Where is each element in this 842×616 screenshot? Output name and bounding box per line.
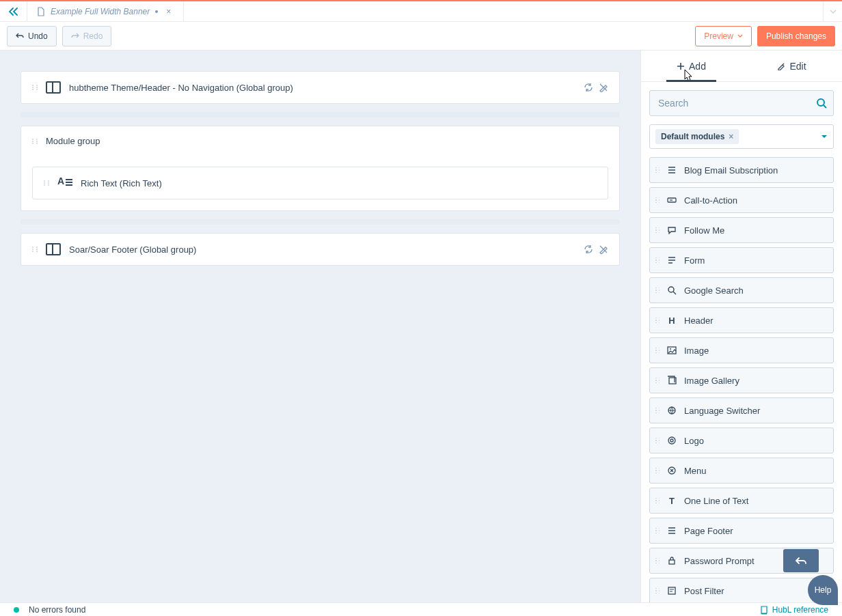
module-icon <box>666 225 677 235</box>
drag-handle-icon[interactable] <box>32 85 38 90</box>
tab-overflow[interactable] <box>823 1 842 21</box>
module-label: Language Switcher <box>684 406 760 416</box>
drop-separator <box>21 219 620 225</box>
search-input[interactable] <box>649 90 834 116</box>
file-tab[interactable]: Example Full Width Banner × <box>27 1 184 21</box>
module-label: Logo <box>684 436 704 446</box>
module-icon <box>666 466 677 475</box>
drag-handle-icon <box>655 408 660 414</box>
module-item[interactable]: Form <box>649 247 834 273</box>
module-icon <box>666 376 677 385</box>
drag-handle-icon <box>655 197 660 204</box>
module-icon <box>666 526 677 535</box>
status-dot-icon <box>14 607 19 613</box>
header-block-label: hubtheme Theme/Header - No Navigation (G… <box>69 83 293 93</box>
module-label: Follow Me <box>684 225 724 236</box>
drag-handle-icon[interactable] <box>32 247 38 252</box>
publish-button[interactable]: Publish changes <box>757 26 835 46</box>
module-item[interactable]: Menu <box>649 458 834 484</box>
rich-text-icon <box>57 177 72 189</box>
sync-icon[interactable] <box>584 83 593 92</box>
drag-handle-icon <box>655 588 660 594</box>
tab-edit[interactable]: Edit <box>742 51 842 81</box>
module-item[interactable]: Logo <box>649 428 834 453</box>
undo-button[interactable]: Undo <box>7 26 57 46</box>
svg-point-4 <box>670 348 671 350</box>
module-item[interactable]: Call-to-Action <box>649 187 834 213</box>
module-icon <box>666 436 677 445</box>
toolbar: Undo Redo Preview Publish changes <box>0 22 842 51</box>
undo-icon <box>16 33 24 40</box>
drag-handle-icon[interactable] <box>32 139 38 144</box>
redo-button[interactable]: Redo <box>62 26 112 46</box>
drag-handle-icon <box>655 257 660 264</box>
module-icon <box>666 556 677 565</box>
module-item[interactable]: Post Filter <box>649 578 834 602</box>
collapse-button[interactable] <box>0 1 27 21</box>
module-item[interactable]: Image <box>649 337 834 363</box>
filter-chip: Default modules × <box>655 129 739 144</box>
tab-add[interactable]: Add <box>641 51 742 81</box>
sync-icon[interactable] <box>584 244 593 254</box>
module-icon <box>666 165 677 175</box>
module-group-label: Module group <box>46 136 100 146</box>
drag-handle-icon <box>655 438 660 444</box>
module-item[interactable]: Blog Email Subscription <box>649 157 834 183</box>
module-item[interactable]: Follow Me <box>649 217 834 243</box>
module-label: Password Prompt <box>684 556 755 566</box>
module-item[interactable]: H Header <box>649 307 834 333</box>
filter-dropdown[interactable]: Default modules × <box>649 124 834 149</box>
rich-text-block[interactable]: Rich Text (Rich Text) <box>32 167 608 199</box>
module-item[interactable]: Image Gallery <box>649 367 834 393</box>
drag-handle-icon[interactable] <box>44 180 49 186</box>
search-box <box>649 90 834 116</box>
drag-handle-icon <box>655 528 660 534</box>
canvas-area: hubtheme Theme/Header - No Navigation (G… <box>0 51 640 602</box>
clear-filter-icon[interactable]: × <box>729 132 733 141</box>
module-label: Page Footer <box>684 526 733 536</box>
module-icon: H <box>666 316 677 326</box>
tab-bar: Example Full Width Banner × <box>0 1 842 22</box>
svg-point-8 <box>670 439 673 442</box>
drag-handle-icon <box>655 378 660 384</box>
drag-handle-icon <box>655 288 660 294</box>
module-item[interactable]: Page Footer <box>649 518 834 544</box>
drag-handle-icon <box>655 227 660 234</box>
status-errors: No errors found <box>29 605 85 615</box>
module-label: Blog Email Subscription <box>684 165 778 176</box>
header-global-block[interactable]: hubtheme Theme/Header - No Navigation (G… <box>21 71 620 104</box>
float-undo-button[interactable] <box>783 549 819 572</box>
hubl-reference-link[interactable]: HubL reference <box>760 605 828 615</box>
sidebar: Add Edit Default modules × Blog Email <box>640 51 842 602</box>
module-label: Google Search <box>684 285 744 296</box>
caret-down-icon <box>821 135 828 139</box>
module-icon <box>666 586 677 596</box>
module-list: Blog Email Subscription Call-to-Action F… <box>641 157 842 602</box>
module-icon <box>666 285 677 295</box>
module-item[interactable]: Google Search <box>649 277 834 303</box>
drag-handle-icon <box>655 558 660 564</box>
svg-point-0 <box>817 99 824 106</box>
module-icon <box>666 346 677 355</box>
help-button[interactable]: Help <box>808 575 838 605</box>
module-group-block[interactable]: Module group Rich Text (Rich Text) <box>21 126 620 211</box>
rich-text-label: Rich Text (Rich Text) <box>81 178 162 188</box>
book-icon <box>760 605 768 615</box>
drag-handle-icon <box>655 348 660 354</box>
no-edit-icon[interactable] <box>599 244 608 254</box>
module-item[interactable]: Language Switcher <box>649 397 834 423</box>
redo-icon <box>71 33 79 40</box>
footer-global-block[interactable]: Soar/Soar Footer (Global group) <box>21 233 620 266</box>
drag-handle-icon <box>655 167 660 173</box>
module-label: Header <box>684 316 714 326</box>
module-label: Menu <box>684 466 707 476</box>
module-item[interactable]: T One Line of Text <box>649 488 834 514</box>
status-bar: No errors found HubL reference <box>0 602 842 616</box>
preview-button[interactable]: Preview <box>695 26 752 46</box>
module-icon <box>666 255 677 265</box>
search-icon[interactable] <box>816 98 827 109</box>
no-edit-icon[interactable] <box>599 83 608 92</box>
close-tab-icon[interactable]: × <box>163 7 174 16</box>
module-label: Image <box>684 346 709 356</box>
svg-point-2 <box>668 287 674 292</box>
